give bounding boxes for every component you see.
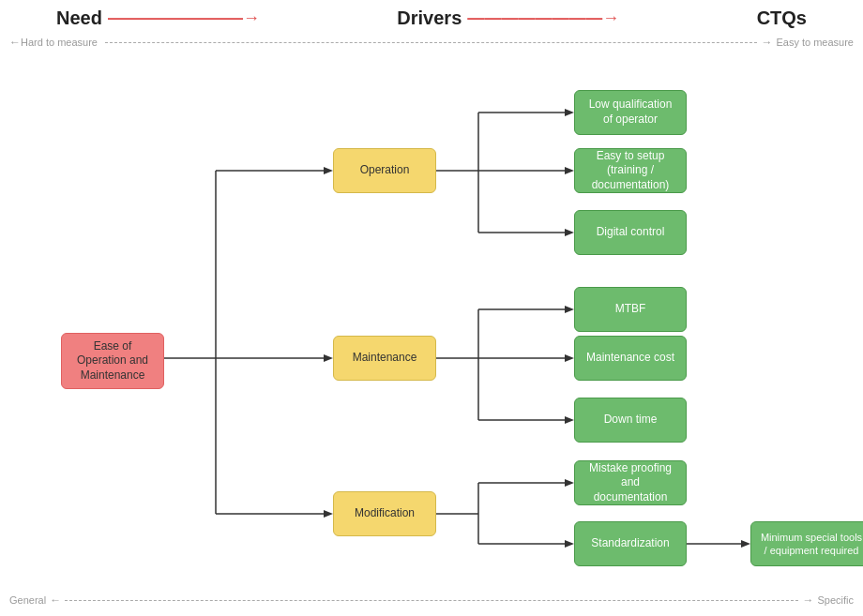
- drivers-arrow: ————————→: [467, 8, 619, 28]
- svg-marker-5: [324, 167, 333, 174]
- header-row: Need ————————→ Drivers ————————→ CTQs: [0, 0, 863, 29]
- ctq-mistake-proofing-node: Mistake proofing and documentation: [574, 460, 687, 505]
- driver-operation-node: Operation: [333, 148, 436, 193]
- axis-bottom-left-arrow: ←: [50, 593, 61, 607]
- svg-marker-7: [324, 510, 333, 518]
- svg-marker-6: [324, 354, 333, 362]
- axis-dashes-bottom: [65, 600, 798, 601]
- svg-marker-21: [565, 306, 574, 313]
- ctq-mtbf-node: MTBF: [574, 287, 687, 332]
- ctq-low-qualification-node: Low qualification of operator: [574, 90, 687, 135]
- axis-left-arrow: ←: [9, 36, 21, 49]
- ctq-min-special-tools-node: Minimum special tools / equipment requir…: [750, 521, 863, 566]
- svg-marker-28: [565, 479, 574, 487]
- top-axis: ← Hard to measure → Easy to measure: [0, 36, 863, 49]
- ctq-standardization-node: Standardization: [574, 521, 687, 566]
- header-ctqs: CTQs: [757, 8, 807, 29]
- need-title: Need: [56, 8, 102, 29]
- diagram-container: Need ————————→ Drivers ————————→ CTQs ← …: [0, 0, 863, 616]
- svg-marker-23: [565, 416, 574, 424]
- svg-marker-14: [565, 167, 574, 174]
- ctq-easy-setup-node: Easy to setup (training / documentation): [574, 148, 687, 193]
- drivers-title: Drivers: [397, 8, 462, 29]
- axis-bottom-right-arrow: →: [802, 593, 813, 607]
- header-need: Need ————————→: [56, 8, 260, 29]
- axis-bottom-left-label: General: [9, 594, 46, 606]
- axis-right-arrow: →: [761, 36, 772, 49]
- driver-maintenance-node: Maintenance: [333, 336, 436, 381]
- axis-dashes-top: [105, 42, 758, 43]
- bottom-axis: General ← → Specific: [0, 593, 863, 607]
- ctqs-title: CTQs: [757, 8, 807, 28]
- svg-marker-15: [565, 229, 574, 236]
- header-drivers: Drivers ————————→: [397, 8, 619, 29]
- ctq-down-time-node: Down time: [574, 398, 687, 443]
- ctq-digital-control-node: Digital control: [574, 210, 687, 255]
- axis-bottom-right-label: Specific: [817, 594, 854, 606]
- need-node: Ease of Operation and Maintenance: [61, 333, 164, 389]
- ctq-maintenance-cost-node: Maintenance cost: [574, 336, 687, 381]
- driver-modification-node: Modification: [333, 491, 436, 536]
- svg-marker-29: [565, 540, 574, 548]
- need-arrow: ————————→: [108, 8, 260, 28]
- svg-marker-13: [565, 109, 574, 116]
- svg-marker-31: [741, 540, 750, 548]
- axis-left-label: Hard to measure: [21, 37, 98, 48]
- axis-right-label: Easy to measure: [776, 37, 854, 48]
- svg-marker-22: [565, 354, 574, 362]
